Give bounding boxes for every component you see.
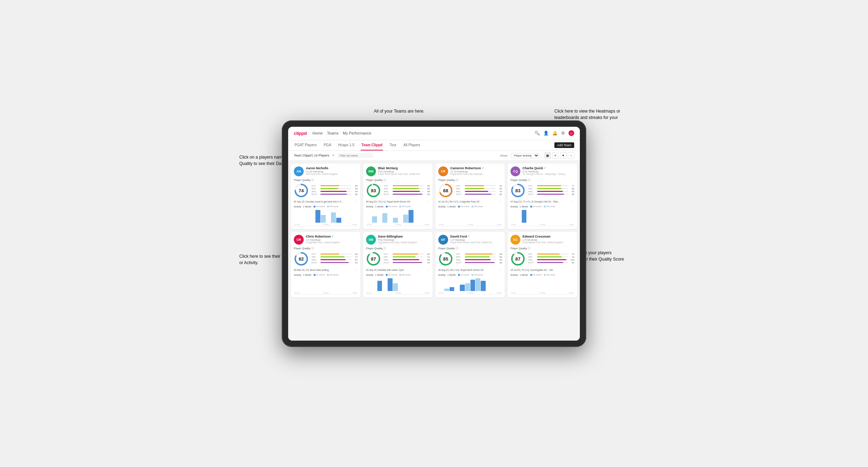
latest-round-arrow[interactable]: → <box>499 200 502 203</box>
stat-bar <box>537 188 562 189</box>
latest-round-arrow[interactable]: → <box>427 200 430 203</box>
chart-bar <box>321 215 326 223</box>
latest-round[interactable]: 03 Mar 23 | 19, Must make putting → <box>294 268 358 272</box>
latest-round[interactable]: 18 Jul 23 | 74 (+4), Sunningdale GC - Ol… <box>510 268 574 272</box>
latest-round-arrow[interactable]: → <box>499 268 502 272</box>
team-search-input[interactable] <box>338 153 373 158</box>
latest-round[interactable]: 26 Aug 23 | 84 (+12), Royal North Devon … <box>438 268 502 272</box>
player-name[interactable]: David Ford ✓ <box>450 235 502 238</box>
stat-bar-container <box>537 256 568 257</box>
latest-round[interactable]: 02 Sep 23 | Sunday round to get back int… <box>294 200 358 203</box>
player-name[interactable]: Edward Crossman <box>522 235 574 238</box>
stat-bar <box>537 191 563 192</box>
player-card[interactable]: CQ Charlie Quick ✓ 6-10 Handicap St. Geo… <box>508 164 577 229</box>
player-card[interactable]: DB Dave Billingham Plus Handicap Sag Mai… <box>363 232 433 297</box>
filter-icon[interactable]: ▼ <box>560 152 566 159</box>
stat-bar <box>393 185 419 186</box>
stat-value: 80 <box>497 256 502 258</box>
quality-number: 93 <box>371 188 376 193</box>
nav-home[interactable]: Home <box>312 131 322 135</box>
latest-round[interactable]: 04 Sep 23 | Mobility with coach, Gym → <box>366 268 430 272</box>
quality-circle[interactable]: 85 <box>438 251 453 266</box>
player-card[interactable]: DF David Ford ✓ 1-5 Handicap Royal North… <box>435 232 505 297</box>
player-name[interactable]: Aaron Nicholls <box>306 166 358 170</box>
player-avatar: DB <box>366 235 376 245</box>
player-header: AN Aaron Nicholls 11-15 Handicap Drift G… <box>294 166 358 176</box>
quality-content: 74 OTT 60 APP 58 ARG <box>294 183 358 198</box>
bell-icon[interactable]: 🔔 <box>552 131 558 136</box>
grid-view-icon[interactable]: ▩ <box>544 152 551 159</box>
stat-value: 84 <box>425 185 430 187</box>
quality-circle[interactable]: 87 <box>510 251 525 266</box>
latest-round[interactable]: 02 Jul 23 | 59 (+17), Craigmillar Park G… <box>438 200 502 203</box>
stat-row: ARG 83 <box>528 190 574 193</box>
stat-row: ARG 88 <box>384 190 430 193</box>
tab-hcaps[interactable]: Hcaps 1-5 <box>338 140 355 150</box>
player-handicap: Plus Handicap <box>378 239 430 241</box>
quality-circle[interactable]: 68 <box>438 183 453 198</box>
quality-circle[interactable]: 74 <box>294 183 309 198</box>
stat-row: ARG 85 <box>384 259 430 261</box>
quality-number: 68 <box>443 188 448 193</box>
player-name[interactable]: Cameron Robertson ✓ <box>450 166 502 170</box>
quality-circle[interactable]: 93 <box>366 183 381 198</box>
latest-round-arrow[interactable]: → <box>427 268 430 272</box>
player-handicap: 1-5 Handicap <box>522 239 574 241</box>
player-avatar: CR <box>438 166 448 176</box>
chart-date-mid: 21 Aug <box>467 292 473 294</box>
tab-pgat[interactable]: PGAT Players <box>294 140 317 150</box>
nav-teams[interactable]: Teams <box>327 131 338 135</box>
player-card[interactable]: CR Chris Robertson ✓ 1-5 Handicap Craigm… <box>291 232 360 297</box>
person-icon[interactable]: 👤 <box>543 131 549 136</box>
tab-pga[interactable]: PGA <box>323 140 332 150</box>
nav-performance[interactable]: My Performance <box>343 131 371 135</box>
stat-row: PUTT 85 <box>312 193 358 195</box>
latest-round-arrow[interactable]: → <box>355 200 358 203</box>
player-name[interactable]: Charlie Quick ✓ <box>522 166 574 170</box>
chart-date-start: 31 Jul <box>511 292 516 294</box>
chart-date-start: 31 Jul <box>439 223 444 226</box>
chart-date-end: 4 Sep <box>569 223 573 226</box>
quality-circle[interactable]: 87 <box>366 251 381 266</box>
search-icon[interactable]: 🔍 <box>535 131 540 136</box>
player-card[interactable]: BM Blair McHarg Plus Handicap Royal Nort… <box>363 164 433 229</box>
add-team-button[interactable]: Add Team <box>554 142 574 148</box>
latest-round-arrow[interactable]: → <box>571 200 574 203</box>
on-course-legend: On course <box>530 274 542 276</box>
quality-circle[interactable]: 83 <box>510 183 525 198</box>
chart-dates: 31 Jul 21 Aug 4 Sep <box>438 223 502 226</box>
edit-icon[interactable]: ✎ <box>332 154 335 157</box>
tab-all-players[interactable]: All Players <box>403 140 421 150</box>
avatar-icon[interactable]: U <box>569 130 574 136</box>
stat-value: 77 <box>353 256 358 258</box>
player-info: Edward Crossman 1-5 Handicap Sunningdale… <box>522 235 574 244</box>
tab-tour[interactable]: Tour <box>389 140 397 150</box>
tab-team-clippd[interactable]: Team Clippd <box>361 140 383 150</box>
settings-icon[interactable]: ⚙ <box>561 131 565 136</box>
latest-round[interactable]: 26 Aug 23 | 73 (+1), Royal North Devon G… <box>366 200 430 203</box>
latest-round-arrow[interactable]: → <box>571 268 574 272</box>
quality-circle[interactable]: 82 <box>294 251 309 266</box>
chart-bars <box>366 209 430 223</box>
quality-info-icon: i <box>456 178 458 181</box>
list-view-icon[interactable]: ≡ <box>552 152 559 159</box>
activity-section: Activity · 1 Month On course Off course … <box>438 274 502 295</box>
latest-round-arrow[interactable]: → <box>355 268 358 272</box>
latest-round[interactable]: 07 Aug 23 | 77 (+7), St George's Hill GC… <box>510 200 574 203</box>
stat-label: OTT <box>528 185 536 187</box>
player-name[interactable]: Dave Billingham <box>378 235 430 238</box>
app-logo: clippd <box>294 131 307 136</box>
show-select[interactable]: Player Activity <box>511 153 539 158</box>
stat-row: ARG 103 <box>528 259 574 261</box>
sort-icon[interactable]: ↕ <box>568 152 574 159</box>
stat-label: OTT <box>528 253 536 255</box>
player-name[interactable]: Blair McHarg <box>378 166 430 170</box>
player-card[interactable]: EC Edward Crossman 1-5 Handicap Sunningd… <box>508 232 577 297</box>
stat-value: 89 <box>497 253 502 255</box>
stat-label: PUTT <box>384 262 392 264</box>
player-name[interactable]: Chris Robertson ✓ <box>306 235 358 238</box>
activity-section: Activity · 1 Month On course Off course … <box>510 205 574 226</box>
player-card[interactable]: AN Aaron Nicholls 11-15 Handicap Drift G… <box>291 164 360 229</box>
player-card[interactable]: CR Cameron Robertson ✓ 11-15 Handicap Ro… <box>435 164 505 229</box>
quality-info-icon: i <box>311 247 314 250</box>
